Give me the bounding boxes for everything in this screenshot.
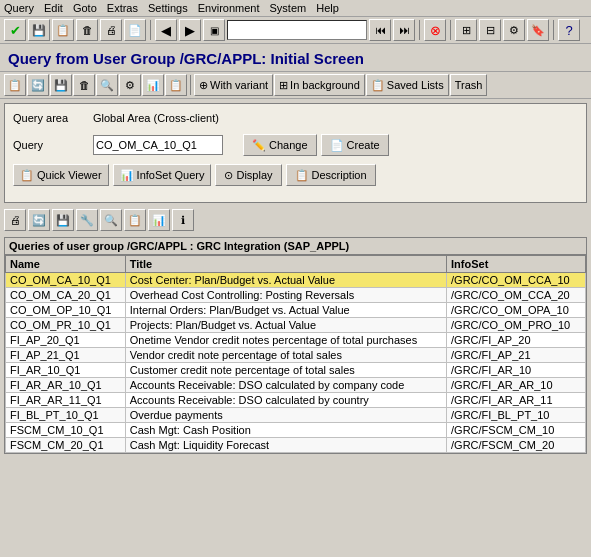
cell-infoset: /GRC/FI_AR_AR_11 [447, 393, 586, 408]
infoset-query-label: InfoSet Query [137, 169, 205, 181]
create-btn[interactable]: 📄 Create [321, 134, 389, 156]
table-icon5[interactable]: 🔍 [100, 209, 122, 231]
description-label: Description [312, 169, 367, 181]
trash-btn2[interactable]: Trash [450, 74, 488, 96]
query-input[interactable] [93, 135, 223, 155]
page-nav-btn[interactable]: ▣ [203, 19, 225, 41]
description-btn[interactable]: 📋 Description [286, 164, 376, 186]
col-header-name: Name [6, 256, 126, 273]
grid2-btn[interactable]: ⊟ [479, 19, 501, 41]
table-icon2[interactable]: 🔄 [28, 209, 50, 231]
cell-infoset: /GRC/CO_OM_CCA_20 [447, 288, 586, 303]
toolbar2-icon8[interactable]: 📋 [165, 74, 187, 96]
cell-name: CO_OM_CA_10_Q1 [6, 273, 126, 288]
trash-btn[interactable]: 🗑 [76, 19, 98, 41]
save-btn[interactable]: 💾 [28, 19, 50, 41]
cell-infoset: /GRC/FSCM_CM_20 [447, 438, 586, 453]
table-icon1[interactable]: 🖨 [4, 209, 26, 231]
forward-nav-btn[interactable]: ▶ [179, 19, 201, 41]
menu-item-extras[interactable]: Extras [107, 2, 138, 14]
menu-item-edit[interactable]: Edit [44, 2, 63, 14]
icon1: 📋 [8, 79, 22, 92]
toolbar2-icon3[interactable]: 💾 [50, 74, 72, 96]
toolbar2-icon6[interactable]: ⚙ [119, 74, 141, 96]
change-icon: ✏️ [252, 139, 266, 152]
with-variant-label: With variant [210, 79, 268, 91]
table-icon5-img: 🔍 [104, 214, 118, 227]
table-icon7[interactable]: 📊 [148, 209, 170, 231]
print-btn[interactable]: 🖨 [100, 19, 122, 41]
toolbar2-icon4[interactable]: 🗑 [73, 74, 95, 96]
cell-name: CO_OM_PR_10_Q1 [6, 318, 126, 333]
table-icon4[interactable]: 🔧 [76, 209, 98, 231]
trash-icon: 🗑 [82, 24, 93, 36]
cell-infoset: /GRC/FSCM_CM_10 [447, 423, 586, 438]
table-icon3[interactable]: 💾 [52, 209, 74, 231]
toolbar2-icon7[interactable]: 📊 [142, 74, 164, 96]
bookmark-btn[interactable]: 🔖 [527, 19, 549, 41]
infoset-query-btn[interactable]: 📊 InfoSet Query [113, 164, 212, 186]
table-icon2-img: 🔄 [32, 214, 46, 227]
cell-infoset: /GRC/CO_OM_PRO_10 [447, 318, 586, 333]
cell-name: FI_AR_10_Q1 [6, 363, 126, 378]
table-row[interactable]: CO_OM_PR_10_Q1Projects: Plan/Budget vs. … [6, 318, 586, 333]
table-icon6-img: 📋 [128, 214, 142, 227]
menu-item-settings[interactable]: Settings [148, 2, 188, 14]
table-row[interactable]: FI_AR_10_Q1Customer credit note percenta… [6, 363, 586, 378]
cell-title: Vendor credit note percentage of total s… [125, 348, 446, 363]
green-check-btn[interactable]: ✔ [4, 19, 26, 41]
back-nav-icon: ◀ [161, 23, 171, 38]
check-icon: ✔ [10, 23, 21, 38]
table-row[interactable]: FI_AR_AR_10_Q1Accounts Receivable: DSO c… [6, 378, 586, 393]
table-icon6[interactable]: 📋 [124, 209, 146, 231]
menu-item-help[interactable]: Help [316, 2, 339, 14]
table-row[interactable]: FSCM_CM_20_Q1Cash Mgt: Liquidity Forecas… [6, 438, 586, 453]
stop-btn[interactable]: ⊗ [424, 19, 446, 41]
table-row[interactable]: CO_OM_CA_10_Q1Cost Center: Plan/Budget v… [6, 273, 586, 288]
prev-page-btn[interactable]: ⏮ [369, 19, 391, 41]
menu-item-goto[interactable]: Goto [73, 2, 97, 14]
table-row[interactable]: FI_AR_AR_11_Q1Accounts Receivable: DSO c… [6, 393, 586, 408]
table-icon8[interactable]: ℹ [172, 209, 194, 231]
table-row[interactable]: CO_OM_OP_10_Q1Internal Orders: Plan/Budg… [6, 303, 586, 318]
table-row[interactable]: FSCM_CM_10_Q1Cash Mgt: Cash Position/GRC… [6, 423, 586, 438]
change-btn[interactable]: ✏️ Change [243, 134, 317, 156]
table-icon1-img: 🖨 [10, 214, 21, 226]
next-page-btn[interactable]: ⏭ [393, 19, 415, 41]
table-row[interactable]: FI_AP_21_Q1Vendor credit note percentage… [6, 348, 586, 363]
saved-lists-btn[interactable]: 📋 Saved Lists [366, 74, 449, 96]
shortcut-btn[interactable]: 📋 [52, 19, 74, 41]
copy-btn[interactable]: 📄 [124, 19, 146, 41]
col-header-title: Title [125, 256, 446, 273]
toolbar2-icon5[interactable]: 🔍 [96, 74, 118, 96]
toolbar2-icon2[interactable]: 🔄 [27, 74, 49, 96]
cell-name: FI_BL_PT_10_Q1 [6, 408, 126, 423]
cell-infoset: /GRC/CO_OM_CCA_10 [447, 273, 586, 288]
in-background-btn[interactable]: ⊞ In background [274, 74, 365, 96]
icon5: 🔍 [100, 79, 114, 92]
cell-title: Cash Mgt: Liquidity Forecast [125, 438, 446, 453]
menu-item-system[interactable]: System [270, 2, 307, 14]
menu-item-query[interactable]: Query [4, 2, 34, 14]
table-row[interactable]: FI_AP_20_Q1Onetime Vendor credit notes p… [6, 333, 586, 348]
toolbar-row3: 🖨 🔄 💾 🔧 🔍 📋 📊 ℹ [0, 207, 591, 233]
shortcut-icon: 📋 [56, 24, 70, 37]
saved-lists-label: Saved Lists [387, 79, 444, 91]
table-row[interactable]: CO_OM_CA_20_Q1Overhead Cost Controlling:… [6, 288, 586, 303]
table-row[interactable]: FI_BL_PT_10_Q1Overdue payments/GRC/FI_BL… [6, 408, 586, 423]
grid-btn[interactable]: ⊞ [455, 19, 477, 41]
quick-viewer-btn[interactable]: 📋 Quick Viewer [13, 164, 109, 186]
queries-table-container: Queries of user group /GRC/APPL : GRC In… [4, 237, 587, 454]
cell-name: FI_AP_21_Q1 [6, 348, 126, 363]
nav-input[interactable] [227, 20, 367, 40]
cell-name: FI_AR_AR_10_Q1 [6, 378, 126, 393]
menu-item-environment[interactable]: Environment [198, 2, 260, 14]
with-variant-btn[interactable]: ⊕ With variant [194, 74, 273, 96]
table-header-text: Queries of user group /GRC/APPL : GRC In… [5, 238, 586, 255]
help-btn[interactable]: ? [558, 19, 580, 41]
display-btn[interactable]: ⊙ Display [215, 164, 281, 186]
settings-btn[interactable]: ⚙ [503, 19, 525, 41]
cell-name: FI_AR_AR_11_Q1 [6, 393, 126, 408]
toolbar2-icon1[interactable]: 📋 [4, 74, 26, 96]
back-nav-btn[interactable]: ◀ [155, 19, 177, 41]
